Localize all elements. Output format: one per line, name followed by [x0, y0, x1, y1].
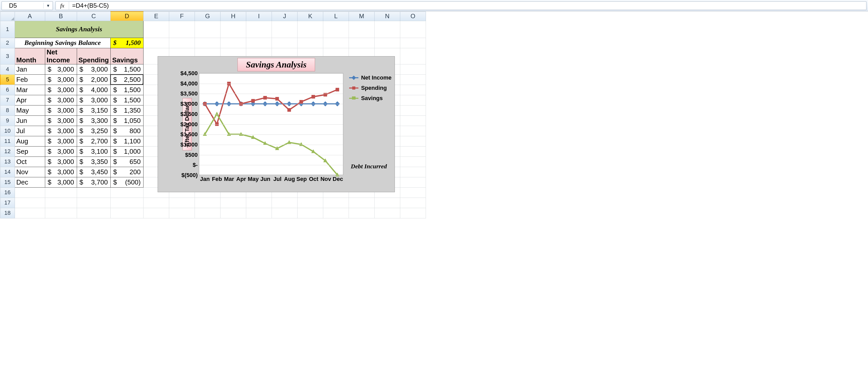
cell-I17[interactable] [246, 198, 272, 208]
cell-L1[interactable] [323, 21, 349, 38]
beginning-balance-label[interactable]: Beginning Savings Balance [14, 38, 111, 48]
cell-O15[interactable] [400, 177, 426, 187]
cell-G17[interactable] [195, 198, 220, 208]
table-header-savings[interactable]: Savings [111, 48, 143, 64]
cell-M17[interactable] [349, 198, 374, 208]
cell-O4[interactable] [400, 64, 426, 74]
cell-savings[interactable]: $650 [111, 157, 143, 167]
fx-button[interactable]: fx [56, 2, 69, 10]
cell-month[interactable]: May [14, 105, 45, 116]
cell-net-income[interactable]: $3,000 [45, 105, 77, 116]
cell-month[interactable]: Sep [14, 146, 45, 157]
cell-E17[interactable] [143, 198, 169, 208]
cell-spending[interactable]: $3,150 [77, 105, 111, 116]
row-header-11[interactable]: 11 [0, 136, 14, 146]
cell-A18[interactable] [14, 208, 45, 218]
cell-M1[interactable] [349, 21, 374, 38]
cell-G1[interactable] [195, 21, 220, 38]
cell-K17[interactable] [297, 198, 323, 208]
cell-L17[interactable] [323, 198, 349, 208]
col-header-g[interactable]: G [195, 11, 220, 21]
table-header-spending[interactable]: Spending [77, 48, 111, 64]
col-header-a[interactable]: A [14, 11, 45, 21]
col-header-k[interactable]: K [297, 11, 323, 21]
row-header-18[interactable]: 18 [0, 208, 14, 218]
row-header-14[interactable]: 14 [0, 167, 14, 177]
cell-N1[interactable] [374, 21, 400, 38]
cell-savings[interactable]: $1,350 [111, 105, 143, 116]
cell-J17[interactable] [272, 198, 297, 208]
cell-O11[interactable] [400, 136, 426, 146]
cell-spending[interactable]: $3,000 [77, 64, 111, 74]
cell-M2[interactable] [349, 38, 374, 48]
cell-O1[interactable] [400, 21, 426, 38]
cell-H1[interactable] [220, 21, 246, 38]
cell-D16[interactable] [111, 187, 143, 198]
cell-F1[interactable] [169, 21, 195, 38]
col-header-j[interactable]: J [272, 11, 297, 21]
cell-month[interactable]: Oct [14, 157, 45, 167]
cell-N17[interactable] [374, 198, 400, 208]
cell-month[interactable]: Apr [14, 95, 45, 105]
cell-month[interactable]: Jan [14, 64, 45, 74]
cell-savings[interactable]: $1,500 [111, 64, 143, 74]
table-header-month[interactable]: Month [14, 48, 45, 64]
row-header-15[interactable]: 15 [0, 177, 14, 187]
cell-A17[interactable] [14, 198, 45, 208]
col-header-c[interactable]: C [77, 11, 111, 21]
cell-E2[interactable] [143, 38, 169, 48]
cell-spending[interactable]: $3,250 [77, 126, 111, 136]
row-header-12[interactable]: 12 [0, 146, 14, 157]
cell-net-income[interactable]: $3,000 [45, 146, 77, 157]
cell-spending[interactable]: $4,000 [77, 85, 111, 95]
cell-O16[interactable] [400, 187, 426, 198]
cell-savings[interactable]: $1,050 [111, 116, 143, 126]
cell-B16[interactable] [45, 187, 77, 198]
cell-K2[interactable] [297, 38, 323, 48]
cell-J1[interactable] [272, 21, 297, 38]
cell-month[interactable]: Aug [14, 136, 45, 146]
row-header-17[interactable]: 17 [0, 198, 14, 208]
cell-B18[interactable] [45, 208, 77, 218]
cell-spending[interactable]: $3,350 [77, 157, 111, 167]
row-header-10[interactable]: 10 [0, 126, 14, 136]
cell-O18[interactable] [400, 208, 426, 218]
cell-B17[interactable] [45, 198, 77, 208]
cell-D17[interactable] [111, 198, 143, 208]
cell-F17[interactable] [169, 198, 195, 208]
cell-C16[interactable] [77, 187, 111, 198]
cell-net-income[interactable]: $3,000 [45, 95, 77, 105]
cell-O3[interactable] [400, 48, 426, 64]
cell-C18[interactable] [77, 208, 111, 218]
cell-spending[interactable]: $3,700 [77, 177, 111, 187]
row-header-3[interactable]: 3 [0, 48, 14, 64]
cell-J2[interactable] [272, 38, 297, 48]
cell-savings[interactable]: $1,500 [111, 85, 143, 95]
cell-O6[interactable] [400, 85, 426, 95]
col-header-e[interactable]: E [143, 11, 169, 21]
cell-net-income[interactable]: $3,000 [45, 167, 77, 177]
cell-spending[interactable]: $3,450 [77, 167, 111, 177]
cell-net-income[interactable]: $3,000 [45, 126, 77, 136]
row-header-6[interactable]: 6 [0, 85, 14, 95]
cell-net-income[interactable]: $3,000 [45, 85, 77, 95]
cell-net-income[interactable]: $3,000 [45, 177, 77, 187]
cell-E18[interactable] [143, 208, 169, 218]
cell-H2[interactable] [220, 38, 246, 48]
cell-month[interactable]: Dec [14, 177, 45, 187]
cell-O10[interactable] [400, 126, 426, 136]
col-header-i[interactable]: I [246, 11, 272, 21]
col-header-h[interactable]: H [220, 11, 246, 21]
cell-D18[interactable] [111, 208, 143, 218]
cell-O14[interactable] [400, 167, 426, 177]
cell-I18[interactable] [246, 208, 272, 218]
col-header-d[interactable]: D [111, 11, 143, 21]
col-header-o[interactable]: O [400, 11, 426, 21]
cell-I1[interactable] [246, 21, 272, 38]
cell-month[interactable]: Jul [14, 126, 45, 136]
cell-savings[interactable]: $1,100 [111, 136, 143, 146]
row-header-13[interactable]: 13 [0, 157, 14, 167]
cell-A16[interactable] [14, 187, 45, 198]
name-box-dropdown[interactable]: ▾ [43, 3, 53, 8]
cell-C17[interactable] [77, 198, 111, 208]
